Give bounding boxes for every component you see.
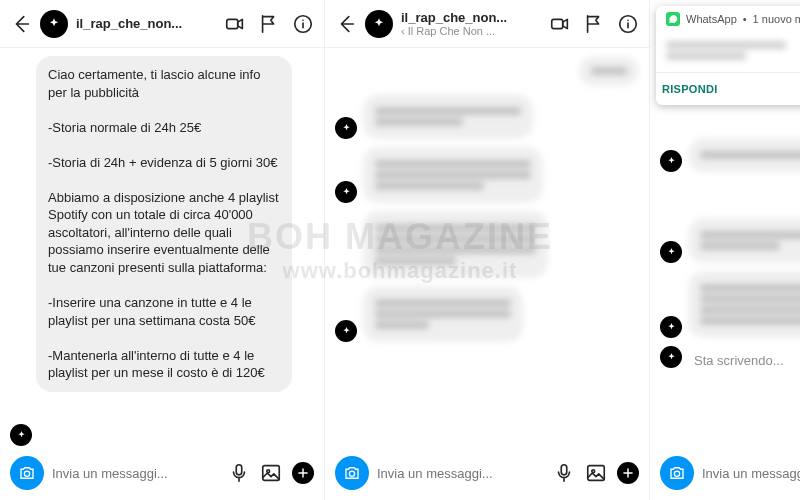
message-input[interactable] <box>702 466 800 481</box>
chat-subtitle: ‹ Il Rap Che Non ... <box>401 25 541 37</box>
gallery-icon[interactable] <box>260 462 282 484</box>
svg-point-2 <box>24 471 29 476</box>
chat-title-block[interactable]: il_rap_che_non... <box>76 16 216 31</box>
message-bubble: Ciao certamente, ti lascio alcune info p… <box>36 56 292 392</box>
avatar <box>335 181 357 203</box>
gallery-icon[interactable] <box>585 462 607 484</box>
mic-icon[interactable] <box>553 462 575 484</box>
chat-username: il_rap_che_non... <box>76 16 216 31</box>
flag-icon[interactable] <box>258 13 280 35</box>
avatar <box>335 320 357 342</box>
svg-rect-4 <box>263 466 280 481</box>
camera-icon[interactable] <box>335 456 369 490</box>
chat-panel-2: il_rap_che_non... ‹ Il Rap Che Non ... <box>325 0 650 500</box>
avatar <box>660 316 682 338</box>
chat-panel-3: WhatsApp • 1 nuovo messaggio • Adesso ⌵ … <box>650 0 800 500</box>
notification-body <box>656 32 800 72</box>
avatar <box>660 346 682 368</box>
message-input[interactable] <box>52 466 220 481</box>
message-input-bar <box>325 450 649 500</box>
chat-body: Ciao certamente, ti lascio alcune info p… <box>0 48 324 450</box>
info-icon[interactable] <box>292 13 314 35</box>
message-bubble <box>363 286 523 342</box>
whatsapp-notification[interactable]: WhatsApp • 1 nuovo messaggio • Adesso ⌵ … <box>656 6 800 105</box>
chat-header: il_rap_che_non... ‹ Il Rap Che Non ... <box>325 0 649 48</box>
svg-rect-3 <box>236 465 242 475</box>
avatar[interactable] <box>40 10 68 38</box>
chat-username: il_rap_che_non... <box>401 10 541 25</box>
svg-rect-6 <box>552 19 563 28</box>
camera-icon[interactable] <box>10 456 44 490</box>
chat-body <box>325 48 649 450</box>
message-bubble <box>688 218 800 263</box>
video-call-icon[interactable] <box>224 13 246 35</box>
message-input-bar <box>650 450 800 500</box>
message-bubble <box>688 138 800 172</box>
avatar <box>660 241 682 263</box>
camera-icon[interactable] <box>660 456 694 490</box>
chat-header: il_rap_che_non... <box>0 0 324 48</box>
avatar <box>335 117 357 139</box>
avatar[interactable] <box>365 10 393 38</box>
add-icon[interactable] <box>617 462 639 484</box>
notification-summary: 1 nuovo messaggio <box>753 13 800 25</box>
avatar <box>10 424 32 446</box>
svg-rect-9 <box>561 465 567 475</box>
message-bubble <box>363 211 548 278</box>
chat-title-block[interactable]: il_rap_che_non... ‹ Il Rap Che Non ... <box>401 10 541 37</box>
notification-header: WhatsApp • 1 nuovo messaggio • Adesso ⌵ <box>656 6 800 32</box>
message-bubble <box>688 271 800 338</box>
info-icon[interactable] <box>617 13 639 35</box>
message-bubble <box>363 147 543 203</box>
flag-icon[interactable] <box>583 13 605 35</box>
svg-point-5 <box>267 470 270 473</box>
whatsapp-icon <box>666 12 680 26</box>
svg-rect-10 <box>588 466 605 481</box>
notification-reply-button[interactable]: RISPONDI <box>656 73 800 105</box>
message-bubble-out <box>579 56 639 86</box>
mic-icon[interactable] <box>228 462 250 484</box>
message-input-bar <box>0 450 324 500</box>
svg-point-12 <box>674 471 679 476</box>
notification-app: WhatsApp <box>686 13 737 25</box>
message-input[interactable] <box>377 466 545 481</box>
avatar <box>660 150 682 172</box>
add-icon[interactable] <box>292 462 314 484</box>
back-icon[interactable] <box>335 13 357 35</box>
message-bubble <box>363 94 533 139</box>
chat-panel-1: il_rap_che_non... Ciao certamente, ti la… <box>0 0 325 500</box>
svg-point-8 <box>349 471 354 476</box>
back-icon[interactable] <box>10 13 32 35</box>
video-call-icon[interactable] <box>549 13 571 35</box>
svg-rect-0 <box>227 19 238 28</box>
typing-indicator: Sta scrivendo... <box>688 353 784 368</box>
svg-point-11 <box>592 470 595 473</box>
